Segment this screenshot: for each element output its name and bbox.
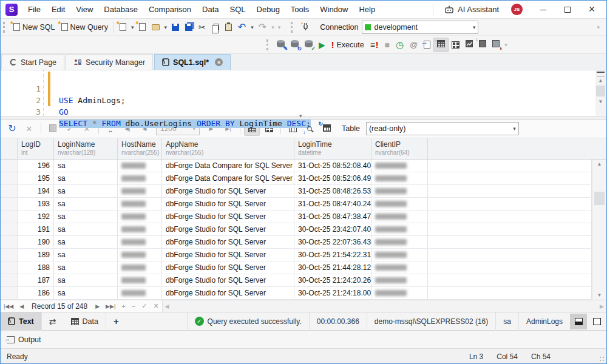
- cell-clientip-redacted[interactable]: [371, 261, 428, 274]
- scroll-down-icon[interactable]: ▼: [595, 98, 606, 106]
- row-selector[interactable]: [1, 198, 18, 210]
- cell-clientip-redacted[interactable]: [371, 249, 428, 261]
- cell-loginname[interactable]: sa: [54, 223, 118, 235]
- cell-hostname-redacted[interactable]: [118, 287, 162, 299]
- menu-database[interactable]: Database: [98, 1, 143, 19]
- sql-editor[interactable]: 1 USE AdminLogs; 2 GO 3 SELECT * FROM db…: [1, 70, 606, 116]
- copy-button[interactable]: [209, 20, 222, 35]
- delete-record-button[interactable]: −: [129, 303, 138, 310]
- row-selector[interactable]: [1, 261, 18, 274]
- split-layout-button[interactable]: [570, 314, 587, 329]
- splitter-handle[interactable]: [597, 72, 605, 76]
- scroll-down-icon[interactable]: ▼: [592, 291, 606, 300]
- menu-sql[interactable]: SQL: [225, 1, 251, 19]
- cell-clientip-redacted[interactable]: [371, 287, 428, 299]
- cell-appname[interactable]: dbForge Studio for SQL Server: [162, 261, 294, 274]
- validate-database-button[interactable]: ✓: [302, 38, 316, 52]
- full-layout-button[interactable]: [588, 314, 605, 329]
- cell-appname[interactable]: dbForge Studio for SQL Server: [162, 287, 294, 299]
- cell-logintime[interactable]: 30-Oct-25 21:24:20.267: [294, 274, 371, 286]
- cell-clientip-redacted[interactable]: [371, 274, 428, 286]
- cell-logintime[interactable]: 30-Oct-25 21:54:22.310: [294, 249, 371, 261]
- close-tab-icon[interactable]: ×: [215, 58, 223, 66]
- column-header-logid[interactable]: LogIDint: [18, 138, 54, 159]
- menu-debug[interactable]: Debug: [251, 1, 285, 19]
- login-user[interactable]: sa: [495, 312, 518, 331]
- cell-logintime[interactable]: 31-Oct-25 08:47:38.470: [294, 211, 371, 223]
- edit-data-button[interactable]: ✎: [274, 38, 288, 52]
- cell-logid[interactable]: 193: [18, 198, 54, 210]
- cut-button[interactable]: ✂: [195, 20, 209, 35]
- editor-results-splitter[interactable]: ▾: [1, 116, 606, 120]
- cell-hostname-redacted[interactable]: [118, 185, 162, 197]
- cell-logid[interactable]: 195: [18, 172, 54, 184]
- stop-button[interactable]: ■: [381, 38, 392, 52]
- save-button[interactable]: [169, 20, 182, 35]
- cell-logintime[interactable]: 31-Oct-25 08:52:08.400: [294, 160, 371, 172]
- result-grid[interactable]: 196 sa dbForge Data Compare for SQL Serv…: [1, 160, 606, 300]
- redo-button[interactable]: ↷: [256, 20, 270, 35]
- tab-text[interactable]: Text: [1, 312, 41, 331]
- row-selector[interactable]: [1, 185, 18, 197]
- table-row[interactable]: 188 sa dbForge Studio for SQL Server 30-…: [1, 261, 592, 274]
- new-file-button[interactable]: *: [136, 20, 149, 35]
- select-all-corner[interactable]: [1, 138, 18, 159]
- open-file-button[interactable]: [149, 20, 163, 35]
- table-row[interactable]: 189 sa dbForge Studio for SQL Server 30-…: [1, 249, 592, 261]
- ai-assistant-button[interactable]: AI Assistant: [438, 1, 505, 19]
- cell-hostname-redacted[interactable]: [118, 160, 162, 172]
- export-image-button[interactable]: ↓: [476, 38, 489, 52]
- query-plan-button[interactable]: [463, 38, 476, 52]
- cell-logid[interactable]: 191: [18, 223, 54, 235]
- cell-clientip-redacted[interactable]: [371, 223, 428, 235]
- new-sql-button[interactable]: * New SQL: [10, 20, 58, 35]
- results-pane-toggle-button[interactable]: →: [433, 38, 449, 52]
- cell-logintime[interactable]: 31-Oct-25 08:47:40.247: [294, 198, 371, 210]
- editor-vertical-scrollbar[interactable]: ▲ ▼: [595, 70, 606, 116]
- cell-appname[interactable]: dbForge Studio for SQL Server: [162, 236, 294, 248]
- table-row[interactable]: 190 sa dbForge Studio for SQL Server 30-…: [1, 236, 592, 249]
- table-row[interactable]: 196 sa dbForge Data Compare for SQL Serv…: [1, 160, 592, 172]
- cell-logid[interactable]: 194: [18, 185, 54, 197]
- new-connection-button[interactable]: *: [298, 20, 313, 35]
- cell-appname[interactable]: dbForge Studio for SQL Server: [162, 185, 294, 197]
- paste-button[interactable]: [222, 20, 235, 35]
- cell-clientip-redacted[interactable]: [371, 185, 428, 197]
- cell-logid[interactable]: 189: [18, 249, 54, 261]
- column-header-clientip[interactable]: ClientIPnvarchar(64): [371, 138, 428, 159]
- cell-loginname[interactable]: sa: [54, 198, 118, 210]
- maximize-button[interactable]: [555, 1, 580, 19]
- menu-file[interactable]: File: [22, 1, 46, 19]
- cell-logid[interactable]: 196: [18, 160, 54, 172]
- export-document-button[interactable]: →: [421, 38, 433, 52]
- run-button[interactable]: ▶: [316, 38, 328, 52]
- cell-hostname-redacted[interactable]: [118, 274, 162, 286]
- cell-loginname[interactable]: sa: [54, 172, 118, 184]
- cell-logintime[interactable]: 30-Oct-25 21:44:28.123: [294, 261, 371, 274]
- cell-clientip-redacted[interactable]: [371, 160, 428, 172]
- table-row[interactable]: 187 sa dbForge Studio for SQL Server 30-…: [1, 274, 592, 287]
- cell-logintime[interactable]: 31-Oct-25 08:48:26.530: [294, 185, 371, 197]
- append-record-button[interactable]: +: [118, 303, 128, 310]
- scrollbar-thumb[interactable]: [594, 192, 605, 205]
- cell-hostname-redacted[interactable]: [118, 249, 162, 261]
- cell-clientip-redacted[interactable]: [371, 172, 428, 184]
- cell-clientip-redacted[interactable]: [371, 236, 428, 248]
- cell-clientip-redacted[interactable]: [371, 211, 428, 223]
- cell-loginname[interactable]: sa: [54, 160, 118, 172]
- menu-view[interactable]: View: [70, 1, 98, 19]
- resize-grip[interactable]: [599, 356, 605, 362]
- last-record-button[interactable]: ▶▶|: [103, 303, 118, 309]
- add-result-tab-button[interactable]: +: [106, 312, 126, 331]
- output-panel-header[interactable]: Output: [1, 330, 606, 348]
- column-header-logintime[interactable]: LoginTimedatetime: [294, 138, 371, 159]
- row-selector[interactable]: [1, 287, 18, 299]
- row-selector[interactable]: [1, 172, 18, 184]
- first-record-button[interactable]: |◀◀: [1, 303, 16, 309]
- cancel-edit-button[interactable]: ✕: [150, 302, 161, 310]
- cell-hostname-redacted[interactable]: [118, 236, 162, 248]
- cell-logintime[interactable]: 30-Oct-25 23:42:07.407: [294, 223, 371, 235]
- cell-logintime[interactable]: 31-Oct-25 08:52:06.493: [294, 172, 371, 184]
- cell-loginname[interactable]: sa: [54, 249, 118, 261]
- cell-logid[interactable]: 192: [18, 211, 54, 223]
